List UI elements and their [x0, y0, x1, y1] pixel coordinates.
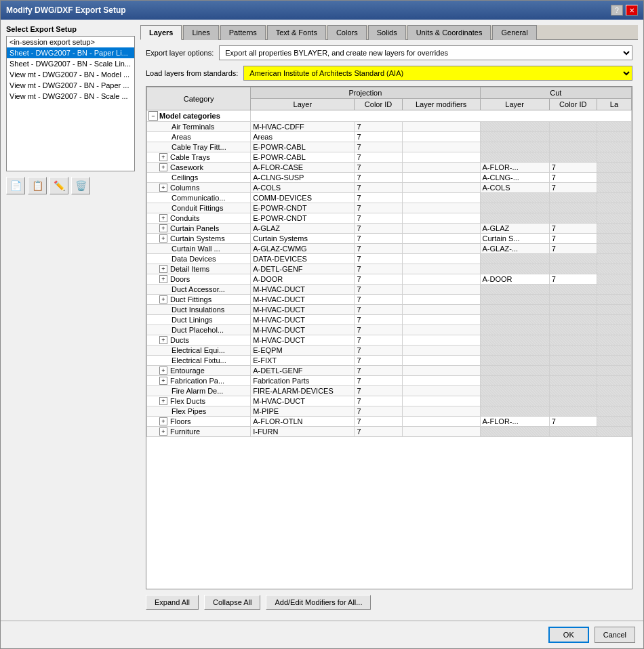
cut-color-id-cell[interactable]: 7 — [549, 274, 597, 285]
cut-color-id-cell[interactable] — [549, 315, 597, 325]
list-item[interactable]: View mt - DWG2007 - BN - Model ... — [7, 69, 134, 80]
color-id-cell[interactable]: 7 — [355, 305, 402, 315]
table-row[interactable]: +DoorsA-DOOR7A-DOOR7 — [147, 274, 632, 285]
cut-layer-cell[interactable]: A-FLOR-... — [480, 417, 549, 427]
la-cell[interactable] — [597, 254, 631, 264]
expand-icon[interactable]: + — [159, 367, 167, 375]
table-row[interactable]: Data DevicesDATA-DEVICES7 — [147, 254, 632, 264]
help-button[interactable]: ? — [611, 5, 623, 16]
la-cell[interactable] — [597, 386, 631, 396]
cut-color-id-cell[interactable] — [549, 427, 597, 437]
tab-layers[interactable]: Layers — [140, 25, 182, 40]
la-cell[interactable] — [597, 335, 631, 346]
cut-color-id-cell[interactable] — [549, 295, 597, 305]
color-id-cell[interactable]: 7 — [355, 376, 402, 386]
cut-color-id-cell[interactable] — [549, 346, 597, 356]
cut-layer-cell[interactable] — [480, 335, 549, 346]
cut-color-id-cell[interactable]: 7 — [549, 224, 597, 234]
layer-modifiers-cell[interactable] — [402, 315, 480, 325]
layer-cell[interactable]: DATA-DEVICES — [251, 254, 355, 264]
cut-color-id-cell[interactable] — [549, 193, 597, 203]
close-button[interactable]: ✕ — [626, 5, 638, 16]
list-item[interactable]: Sheet - DWG2007 - BN - Paper Li... — [7, 47, 134, 58]
cut-layer-cell[interactable] — [480, 315, 549, 325]
cut-color-id-cell[interactable] — [549, 285, 597, 295]
layer-modifiers-cell[interactable] — [402, 152, 480, 163]
layer-cell[interactable]: A-FLOR-OTLN — [251, 417, 355, 427]
color-id-cell[interactable]: 7 — [355, 356, 402, 366]
layer-cell[interactable]: Fabrication Parts — [251, 376, 355, 386]
export-options-dropdown[interactable]: Export all properties BYLAYER, and creat… — [219, 45, 632, 60]
cut-layer-cell[interactable]: A-DOOR — [480, 274, 549, 285]
expand-icon[interactable]: + — [159, 427, 167, 436]
layer-cell[interactable]: M-HVAC-DUCT — [251, 295, 355, 305]
color-id-cell[interactable]: 7 — [355, 173, 402, 183]
layer-modifiers-cell[interactable] — [402, 386, 480, 396]
la-cell[interactable] — [597, 193, 631, 203]
color-id-cell[interactable]: 7 — [355, 152, 402, 163]
layer-cell[interactable]: I-FURN — [251, 427, 355, 437]
layer-modifiers-cell[interactable] — [402, 285, 480, 295]
expand-all-button[interactable]: Expand All — [146, 595, 199, 610]
expand-icon[interactable]: + — [159, 214, 167, 222]
delete-setup-button[interactable]: 🗑️ — [71, 177, 90, 194]
table-row[interactable]: Duct InsulationsM-HVAC-DUCT7 — [147, 305, 632, 315]
cut-layer-cell[interactable] — [480, 386, 549, 396]
layer-modifiers-cell[interactable] — [402, 376, 480, 386]
color-id-cell[interactable]: 7 — [355, 183, 402, 193]
color-id-cell[interactable]: 7 — [355, 244, 402, 254]
layer-cell[interactable]: E-POWR-CNDT — [251, 213, 355, 224]
collapse-icon[interactable]: − — [148, 111, 158, 121]
cut-color-id-cell[interactable]: 7 — [549, 183, 597, 193]
layer-modifiers-cell[interactable] — [402, 173, 480, 183]
la-cell[interactable] — [597, 366, 631, 376]
la-cell[interactable] — [597, 244, 631, 254]
layer-cell[interactable]: M-HVAC-DUCT — [251, 285, 355, 295]
cut-layer-cell[interactable]: Curtain S... — [480, 234, 549, 244]
cut-color-id-cell[interactable]: 7 — [549, 244, 597, 254]
expand-icon[interactable]: + — [159, 224, 167, 232]
table-row[interactable]: +Curtain SystemsCurtain Systems7Curtain … — [147, 234, 632, 244]
cut-layer-cell[interactable] — [480, 396, 549, 406]
la-cell[interactable] — [597, 132, 631, 142]
la-cell[interactable] — [597, 325, 631, 335]
expand-icon[interactable]: + — [159, 397, 167, 405]
cut-color-id-cell[interactable] — [549, 142, 597, 152]
table-row[interactable]: +Detail ItemsA-DETL-GENF7 — [147, 264, 632, 274]
la-cell[interactable] — [597, 427, 631, 437]
tab-general[interactable]: General — [492, 25, 536, 40]
layer-modifiers-cell[interactable] — [402, 132, 480, 142]
cut-layer-cell[interactable] — [480, 264, 549, 274]
cut-layer-cell[interactable] — [480, 366, 549, 376]
layer-modifiers-cell[interactable] — [402, 417, 480, 427]
layer-modifiers-cell[interactable] — [402, 346, 480, 356]
layer-cell[interactable]: FIRE-ALARM-DEVICES — [251, 386, 355, 396]
cut-color-id-cell[interactable]: 7 — [549, 173, 597, 183]
tab-colors[interactable]: Colors — [327, 25, 367, 40]
cut-color-id-cell[interactable] — [549, 203, 597, 213]
cut-color-id-cell[interactable] — [549, 366, 597, 376]
color-id-cell[interactable]: 7 — [355, 254, 402, 264]
table-row[interactable]: Communicatio...COMM-DEVICES7 — [147, 193, 632, 203]
expand-icon[interactable]: + — [159, 275, 167, 283]
cut-layer-cell[interactable]: A-CLNG-... — [480, 173, 549, 183]
table-row[interactable]: +ConduitsE-POWR-CNDT7 — [147, 213, 632, 224]
la-cell[interactable] — [597, 173, 631, 183]
color-id-cell[interactable]: 7 — [355, 325, 402, 335]
cut-layer-cell[interactable]: A-GLAZ — [480, 224, 549, 234]
layer-cell[interactable]: A-FLOR-CASE — [251, 163, 355, 173]
cut-color-id-cell[interactable] — [549, 213, 597, 224]
cut-layer-cell[interactable] — [480, 376, 549, 386]
color-id-cell[interactable]: 7 — [355, 132, 402, 142]
la-cell[interactable] — [597, 234, 631, 244]
layer-modifiers-cell[interactable] — [402, 254, 480, 264]
color-id-cell[interactable]: 7 — [355, 274, 402, 285]
la-cell[interactable] — [597, 274, 631, 285]
table-row[interactable]: Duct Accessor...M-HVAC-DUCT7 — [147, 285, 632, 295]
la-cell[interactable] — [597, 183, 631, 193]
copy-setup-button[interactable]: 📋 — [28, 177, 47, 194]
la-cell[interactable] — [597, 305, 631, 315]
color-id-cell[interactable]: 7 — [355, 213, 402, 224]
cut-color-id-cell[interactable] — [549, 152, 597, 163]
color-id-cell[interactable]: 7 — [355, 234, 402, 244]
